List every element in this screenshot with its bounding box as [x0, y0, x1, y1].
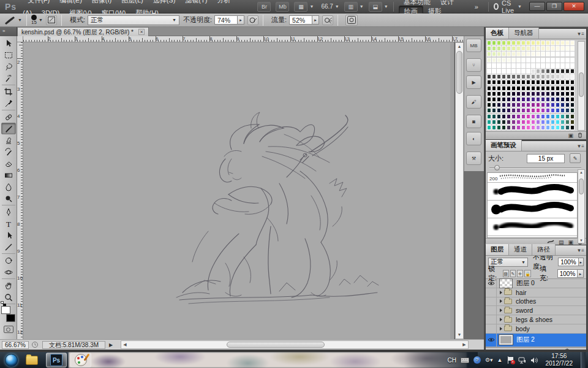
swatch[interactable]: [556, 108, 560, 113]
visibility-toggle[interactable]: [486, 297, 497, 306]
lock-pixels-icon[interactable]: ✎: [510, 270, 516, 277]
layer-thumbnail[interactable]: [499, 335, 513, 345]
swatch[interactable]: [551, 102, 555, 107]
swatch[interactable]: [556, 74, 560, 79]
tools-collapse-button[interactable]: »: [0, 27, 17, 36]
swatch[interactable]: [541, 80, 545, 85]
lasso-tool[interactable]: [1, 61, 16, 72]
swatch[interactable]: [565, 69, 570, 74]
swatch[interactable]: [556, 63, 560, 68]
swatch[interactable]: [516, 80, 521, 85]
vertical-ruler[interactable]: 23456789101112: [17, 42, 23, 339]
swatch[interactable]: [516, 97, 521, 102]
swatch[interactable]: [502, 52, 506, 56]
canvas-document[interactable]: [23, 42, 450, 339]
swatch[interactable]: [507, 97, 511, 102]
flow-input[interactable]: 52%: [289, 15, 312, 25]
brush-tip-toggle-icon[interactable]: ✎: [570, 153, 581, 163]
minimize-button[interactable]: —: [529, 2, 545, 11]
swatch[interactable]: [497, 52, 501, 56]
swatch[interactable]: [507, 102, 511, 107]
swatch[interactable]: [487, 102, 491, 107]
layer-row-图层 0[interactable]: 图层 0: [486, 279, 586, 288]
swatch[interactable]: [487, 125, 491, 130]
swatch[interactable]: [516, 86, 521, 91]
menu-item-4[interactable]: 选择(S): [148, 0, 181, 4]
swatch[interactable]: [541, 102, 545, 107]
pen-tool[interactable]: [1, 206, 16, 218]
swatch[interactable]: [560, 74, 565, 79]
swatch[interactable]: [497, 80, 501, 85]
swatch[interactable]: [511, 63, 516, 68]
swatch[interactable]: [536, 69, 540, 74]
swatch[interactable]: [516, 58, 521, 63]
swatch[interactable]: [556, 125, 560, 130]
panel-menu-icon[interactable]: ▼≡: [576, 144, 584, 149]
screen-mode-caret[interactable]: ▼: [384, 4, 388, 9]
swatch[interactable]: [516, 69, 521, 74]
status-zoom-input[interactable]: 66.67%: [2, 341, 29, 349]
gradient-tool[interactable]: [1, 169, 16, 181]
tab-close-icon[interactable]: ×: [138, 29, 145, 35]
start-button[interactable]: [5, 354, 18, 367]
menu-item-5[interactable]: 滤镜(T): [180, 0, 212, 4]
swatch[interactable]: [507, 74, 511, 79]
swatch[interactable]: [560, 91, 565, 96]
swatch[interactable]: [507, 46, 511, 51]
masks-panel-icon[interactable]: ◙: [466, 115, 481, 128]
swatch[interactable]: [536, 91, 540, 96]
swatch[interactable]: [526, 102, 530, 107]
swatch[interactable]: [546, 74, 550, 79]
menu-item-2[interactable]: 图像(I): [87, 0, 116, 4]
swatch[interactable]: [511, 97, 516, 102]
swatch[interactable]: [492, 46, 496, 51]
swatch[interactable]: [521, 108, 526, 113]
workspace-overflow-button[interactable]: »: [470, 2, 483, 12]
swatch[interactable]: [565, 102, 570, 107]
show-hidden-icons[interactable]: ▲: [497, 357, 503, 363]
swatch[interactable]: [497, 91, 501, 96]
taskbar-photoshop-button[interactable]: Ps: [46, 353, 67, 367]
swatch[interactable]: [570, 114, 575, 119]
swatch[interactable]: [516, 52, 521, 56]
swatch[interactable]: [546, 69, 550, 74]
swatch[interactable]: [536, 108, 540, 113]
swatch[interactable]: [492, 108, 496, 113]
swatch[interactable]: [502, 108, 506, 113]
brush-size-input[interactable]: 15 px: [527, 154, 565, 163]
swatch[interactable]: [487, 120, 491, 125]
swatch[interactable]: [546, 40, 550, 45]
tab-navigator[interactable]: 导航器: [509, 28, 539, 39]
tab-paths[interactable]: 路径: [532, 244, 556, 255]
swatch[interactable]: [541, 114, 545, 119]
swatch[interactable]: [516, 74, 521, 79]
scroll-down-icon[interactable]: ▼: [456, 331, 463, 339]
tablet-opacity-icon[interactable]: [247, 15, 258, 25]
swatch[interactable]: [541, 120, 545, 125]
layer-opacity-input[interactable]: 100%: [558, 258, 579, 266]
swatch[interactable]: [546, 58, 550, 63]
swatch[interactable]: [521, 80, 526, 85]
swatch[interactable]: [497, 108, 501, 113]
scroll-left-icon[interactable]: ◀: [121, 341, 129, 348]
tab-channels[interactable]: 通道: [509, 244, 532, 255]
swatch[interactable]: [565, 120, 570, 125]
swatch[interactable]: [541, 40, 545, 45]
action-center-icon[interactable]: ✕: [507, 356, 514, 364]
menu-item-0[interactable]: 文件(F): [23, 0, 55, 4]
swatch[interactable]: [521, 40, 526, 45]
swatch[interactable]: [546, 46, 550, 51]
swatch[interactable]: [487, 69, 491, 74]
layer-row-图层 2[interactable]: 图层 2: [486, 334, 586, 347]
keyboard-icon[interactable]: [461, 358, 469, 363]
swatch[interactable]: [565, 91, 570, 96]
brush-preset-row[interactable]: [488, 218, 577, 236]
swatch[interactable]: [487, 108, 491, 113]
zoom-caret[interactable]: ▼: [335, 4, 339, 9]
swatch[interactable]: [497, 58, 501, 63]
swatch[interactable]: [570, 97, 575, 102]
swatch[interactable]: [521, 102, 526, 107]
swatch[interactable]: [507, 125, 511, 130]
visibility-toggle[interactable]: [486, 315, 497, 324]
visibility-toggle[interactable]: [486, 279, 497, 288]
